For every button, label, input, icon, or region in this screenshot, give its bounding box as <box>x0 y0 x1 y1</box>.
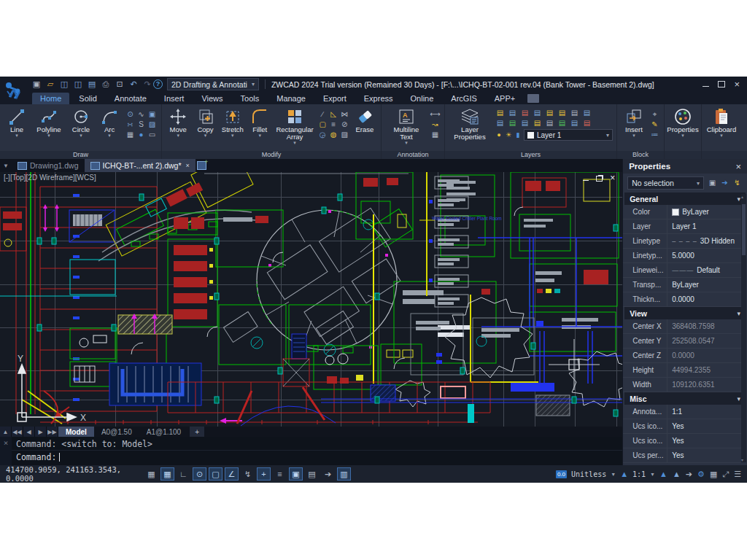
command-close-icon[interactable] <box>0 437 12 465</box>
panel-label-draw[interactable]: Draw <box>0 151 161 159</box>
layer-isolate-icon[interactable]: ▤ <box>569 108 580 117</box>
properties-close-icon[interactable] <box>735 161 741 172</box>
divide-icon[interactable]: ∺ <box>125 120 136 129</box>
ribbon-tab[interactable]: Insert <box>156 93 193 104</box>
minimize-button[interactable] <box>703 86 709 87</box>
help-icon[interactable]: ? <box>153 79 163 89</box>
property-row[interactable]: Ucs per... Yes <box>623 448 741 463</box>
property-row[interactable]: Annota... 1:1 <box>623 405 741 419</box>
align-icon[interactable]: ≡ <box>328 120 339 129</box>
property-row[interactable]: Width 109120.6351 <box>623 378 741 392</box>
layer-unlock-icon[interactable]: ▤ <box>532 108 543 117</box>
lineweight-icon[interactable]: ≡ <box>273 467 287 481</box>
screenshot-tool-icon[interactable] <box>527 94 539 103</box>
layer-match-icon[interactable]: ▤ <box>507 118 518 128</box>
snap-icon[interactable]: ▦ <box>160 467 174 481</box>
property-row[interactable]: Ucs ico... Yes <box>623 419 741 434</box>
ribbon-tab[interactable]: Annotate <box>107 93 155 104</box>
chamfer-icon[interactable]: ◺ <box>328 109 339 119</box>
otrack-icon[interactable]: ∠ <box>225 467 239 481</box>
layer-properties-button[interactable]: Layer Properties <box>449 106 491 141</box>
layout-popup-icon[interactable]: ▲ <box>0 427 12 437</box>
doc-restore-icon[interactable] <box>596 176 603 182</box>
ribbon-tab[interactable]: Tools <box>233 93 268 104</box>
polyline-button[interactable]: Polyline <box>32 106 66 138</box>
layer-prev-icon[interactable]: ▤ <box>495 118 506 128</box>
document-tab[interactable]: ICHQ-BT-...ent 2).dwg* <box>85 159 196 172</box>
annotation-visibility-icon[interactable]: ▲ <box>659 470 667 478</box>
layout-tab[interactable]: A1@1.100 <box>139 427 188 437</box>
ribbon-tab[interactable]: Online <box>403 93 442 104</box>
quick-properties-icon[interactable]: ▤ <box>305 467 319 481</box>
panel-label-layers[interactable]: Layers <box>445 151 616 159</box>
property-row[interactable]: Center Y 252508.0547 <box>623 334 741 349</box>
quick-select-icon[interactable]: ▣ <box>707 178 718 188</box>
stretch-button[interactable]: Stretch <box>220 106 245 138</box>
table-icon[interactable]: ▦ <box>430 130 441 139</box>
boundary-icon[interactable]: ▭ <box>147 130 158 139</box>
property-row[interactable]: Linetype – – – –3D Hidden <box>623 234 741 249</box>
property-row[interactable]: Ucs ico... Yes <box>623 434 741 448</box>
ribbon-tab[interactable]: Views <box>193 93 231 104</box>
section-misc[interactable]: Misc <box>624 392 746 405</box>
circle-button[interactable]: Circle <box>68 106 94 138</box>
viewport-controls-label[interactable]: [-][Top][2D Wireframe][WCS] <box>4 174 96 182</box>
property-row[interactable]: Center X 368408.7598 <box>623 319 741 334</box>
layout-tab[interactable]: Model <box>58 427 94 437</box>
prev-layout-icon[interactable]: ◀ <box>23 427 35 437</box>
layer-off-icon[interactable]: ▤ <box>495 108 506 117</box>
dynamic-input-icon[interactable]: + <box>257 467 271 481</box>
offset-icon[interactable]: ▢ <box>317 120 328 129</box>
arc-button[interactable]: Arc <box>96 106 123 138</box>
ribbon-tab[interactable]: Export <box>315 93 355 104</box>
panel-label-modify[interactable]: Modify <box>162 151 381 159</box>
layer-copy-icon[interactable]: ▤ <box>557 118 568 128</box>
block-manager-icon[interactable]: ≔ <box>649 130 660 139</box>
move-button[interactable]: Move <box>166 106 190 138</box>
layout-tab[interactable]: A0@1.50 <box>94 427 139 437</box>
select-objects-icon[interactable]: ➔ <box>719 178 730 188</box>
section-general[interactable]: General <box>624 192 746 205</box>
property-row[interactable]: Linewei... ———Default <box>623 263 741 278</box>
annotation-monitor-icon[interactable]: ▥ <box>337 467 351 481</box>
panel-label-annotation[interactable]: Annotation <box>382 151 444 159</box>
annotation-autoscale-icon[interactable]: ▲ <box>673 470 681 478</box>
properties-button[interactable]: Properties <box>667 106 698 138</box>
scale-dropdown-icon[interactable]: ▼ <box>650 472 655 477</box>
rectangle-icon[interactable]: ▣ <box>147 109 158 119</box>
layer-thaw-all-icon[interactable]: ▤ <box>557 108 568 117</box>
point-icon[interactable]: ⊙ <box>125 109 136 119</box>
mirror-icon[interactable]: ⋈ <box>339 109 350 119</box>
edit-hatch-icon[interactable]: ▨ <box>339 130 350 139</box>
floor-plan-drawing[interactable]: X Y <box>0 172 622 427</box>
settings-gear-icon[interactable]: ⚙ <box>697 470 705 479</box>
menu-icon[interactable]: ☰ <box>734 470 741 479</box>
erase-button[interactable]: Erase <box>352 106 377 133</box>
selection-dropdown[interactable]: No selection <box>627 176 704 190</box>
panel-label-block[interactable]: Block <box>617 151 664 159</box>
property-row[interactable]: Thickn... 0.0000 <box>623 292 741 307</box>
new-file-icon[interactable]: ▣ <box>31 79 42 90</box>
ortho-icon[interactable]: ∟ <box>177 467 190 481</box>
edit-block-icon[interactable]: ✎ <box>649 120 660 129</box>
save-icon[interactable]: ◫ <box>58 79 70 90</box>
units-dropdown-icon[interactable]: ▼ <box>611 472 616 477</box>
ribbon-tab[interactable]: Express <box>356 93 401 104</box>
fillet-button[interactable]: Fillet <box>247 106 272 138</box>
units-label[interactable]: Unitless <box>571 470 606 478</box>
layer-lock-icon[interactable]: ▤ <box>519 108 530 117</box>
donut-icon[interactable]: ● <box>136 130 147 139</box>
drawing-canvas[interactable]: [-][Top][2D Wireframe][WCS] Water Cooled… <box>0 172 622 427</box>
plot-preview-icon[interactable]: ⊡ <box>114 79 125 90</box>
explode-icon[interactable]: ◍ <box>328 130 339 139</box>
print-icon[interactable]: ⎙ <box>100 79 112 90</box>
property-row[interactable]: Center Z 0.0000 <box>623 349 741 363</box>
ribbon-tab[interactable]: Solid <box>71 93 104 104</box>
insert-button[interactable]: Insert <box>621 106 647 138</box>
grid-display-icon[interactable]: ▦ <box>144 467 158 481</box>
rotate-icon[interactable]: ◶ <box>317 130 328 139</box>
new-tab-button[interactable] <box>196 159 209 172</box>
layer-freeze-icon[interactable]: ▤ <box>507 108 518 117</box>
command-prompt[interactable]: Command: <box>16 452 56 462</box>
first-layout-icon[interactable]: ◀◀ <box>12 427 23 437</box>
